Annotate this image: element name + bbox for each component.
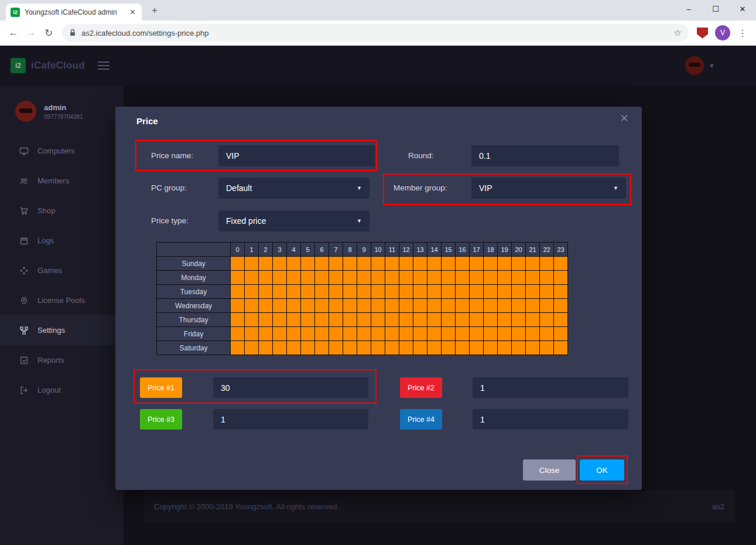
schedule-cell[interactable] (301, 285, 315, 299)
schedule-day-label[interactable]: Sunday (157, 257, 231, 271)
new-tab-button[interactable]: + (148, 5, 162, 16)
schedule-cell[interactable] (526, 341, 540, 355)
schedule-cell[interactable] (526, 257, 540, 271)
schedule-hour-header[interactable]: 8 (343, 243, 357, 257)
schedule-cell[interactable] (470, 271, 484, 285)
schedule-hour-header[interactable]: 5 (301, 243, 315, 257)
schedule-cell[interactable] (343, 285, 357, 299)
schedule-cell[interactable] (259, 271, 273, 285)
schedule-cell[interactable] (526, 271, 540, 285)
schedule-cell[interactable] (287, 313, 301, 327)
schedule-day-label[interactable]: Saturday (157, 341, 231, 355)
schedule-cell[interactable] (245, 271, 259, 285)
schedule-cell[interactable] (357, 327, 371, 341)
schedule-cell[interactable] (385, 327, 399, 341)
schedule-cell[interactable] (554, 327, 568, 341)
schedule-cell[interactable] (245, 327, 259, 341)
schedule-cell[interactable] (245, 341, 259, 355)
schedule-cell[interactable] (512, 285, 526, 299)
schedule-hour-header[interactable]: 3 (273, 243, 287, 257)
schedule-cell[interactable] (301, 257, 315, 271)
sidebar-item-members[interactable]: Members (0, 166, 124, 196)
schedule-cell[interactable] (301, 271, 315, 285)
schedule-cell[interactable] (498, 285, 512, 299)
close-button[interactable]: Close (523, 459, 576, 481)
schedule-cell[interactable] (315, 299, 329, 313)
schedule-cell[interactable] (329, 257, 343, 271)
schedule-cell[interactable] (399, 327, 413, 341)
browser-tab[interactable]: i2 Youngzsoft iCafeCloud admin ✕ (6, 4, 142, 21)
schedule-cell[interactable] (456, 299, 470, 313)
schedule-cell[interactable] (470, 313, 484, 327)
address-bar[interactable]: as2.icafecloud.com/settings-price.php ☆ (62, 24, 689, 42)
schedule-cell[interactable] (456, 257, 470, 271)
browser-menu-icon[interactable]: ⋮ (734, 28, 751, 39)
schedule-cell[interactable] (540, 313, 554, 327)
schedule-cell[interactable] (540, 285, 554, 299)
schedule-hour-header[interactable]: 10 (371, 243, 385, 257)
schedule-cell[interactable] (413, 285, 427, 299)
tab-close-icon[interactable]: ✕ (128, 8, 137, 16)
schedule-cell[interactable] (315, 313, 329, 327)
schedule-cell[interactable] (287, 299, 301, 313)
schedule-cell[interactable] (470, 327, 484, 341)
schedule-cell[interactable] (540, 257, 554, 271)
schedule-cell[interactable] (554, 299, 568, 313)
schedule-cell[interactable] (526, 285, 540, 299)
schedule-cell[interactable] (554, 285, 568, 299)
schedule-cell[interactable] (273, 327, 287, 341)
schedule-cell[interactable] (442, 327, 456, 341)
schedule-cell[interactable] (498, 299, 512, 313)
member-group-select[interactable]: VIP ▼ (471, 178, 626, 199)
schedule-cell[interactable] (287, 285, 301, 299)
schedule-cell[interactable] (526, 327, 540, 341)
schedule-cell[interactable] (484, 327, 498, 341)
schedule-cell[interactable] (540, 341, 554, 355)
schedule-hour-header[interactable]: 0 (231, 243, 245, 257)
schedule-cell[interactable] (399, 257, 413, 271)
schedule-cell[interactable] (554, 313, 568, 327)
schedule-cell[interactable] (357, 257, 371, 271)
schedule-cell[interactable] (456, 327, 470, 341)
ok-button[interactable]: OK (580, 459, 624, 481)
schedule-cell[interactable] (456, 313, 470, 327)
schedule-cell[interactable] (385, 341, 399, 355)
schedule-cell[interactable] (231, 271, 245, 285)
schedule-hour-header[interactable]: 7 (329, 243, 343, 257)
schedule-cell[interactable] (343, 327, 357, 341)
schedule-cell[interactable] (484, 271, 498, 285)
price4-input[interactable] (473, 409, 628, 430)
schedule-cell[interactable] (273, 271, 287, 285)
schedule-hour-header[interactable]: 2 (259, 243, 273, 257)
schedule-cell[interactable] (231, 313, 245, 327)
window-close-button[interactable]: ✕ (729, 0, 756, 18)
schedule-hour-header[interactable]: 17 (470, 243, 484, 257)
schedule-cell[interactable] (371, 341, 385, 355)
schedule-cell[interactable] (371, 285, 385, 299)
schedule-cell[interactable] (442, 341, 456, 355)
pc-group-select[interactable]: Default ▼ (218, 178, 370, 199)
schedule-hour-header[interactable]: 11 (385, 243, 399, 257)
sidebar-item-reports[interactable]: Reports (0, 345, 124, 375)
schedule-hour-header[interactable]: 1 (245, 243, 259, 257)
price1-button[interactable]: Price #1 (140, 377, 182, 398)
schedule-cell[interactable] (231, 299, 245, 313)
price-type-select[interactable]: Fixed price ▼ (218, 210, 370, 231)
schedule-cell[interactable] (371, 299, 385, 313)
schedule-cell[interactable] (315, 327, 329, 341)
schedule-day-label[interactable]: Friday (157, 327, 231, 341)
schedule-cell[interactable] (231, 327, 245, 341)
schedule-cell[interactable] (456, 271, 470, 285)
schedule-cell[interactable] (399, 285, 413, 299)
back-button[interactable]: ← (5, 24, 22, 42)
schedule-cell[interactable] (540, 271, 554, 285)
schedule-cell[interactable] (498, 341, 512, 355)
schedule-cell[interactable] (385, 285, 399, 299)
schedule-cell[interactable] (442, 271, 456, 285)
schedule-cell[interactable] (413, 271, 427, 285)
schedule-cell[interactable] (554, 341, 568, 355)
schedule-cell[interactable] (259, 313, 273, 327)
schedule-cell[interactable] (273, 313, 287, 327)
schedule-cell[interactable] (315, 257, 329, 271)
schedule-cell[interactable] (484, 299, 498, 313)
